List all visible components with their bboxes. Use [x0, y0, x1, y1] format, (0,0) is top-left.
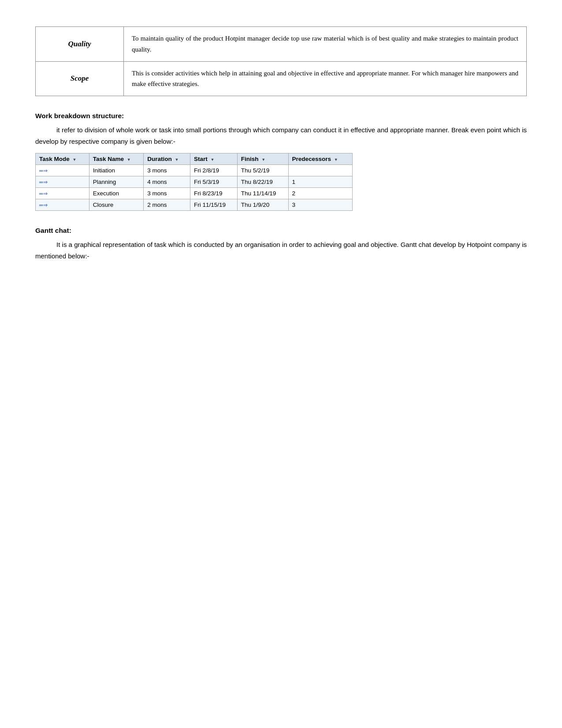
finish-cell: Thu 1/9/20	[237, 199, 288, 211]
predecessors-cell: 1	[288, 176, 352, 188]
table-row: ═⇒Execution3 monsFri 8/23/19Thu 11/14/19…	[36, 188, 353, 199]
wbs-para1: it refer to division of whole work or ta…	[35, 124, 527, 147]
sort-arrow-icon: ▼	[127, 157, 131, 162]
task-mode-cell: ═⇒	[36, 199, 89, 211]
task-mode-icon: ═⇒	[39, 179, 48, 185]
wbs-col-header: Start ▼	[190, 153, 237, 165]
wbs-heading: Work breakdown structure:	[35, 112, 527, 120]
table-row: ═⇒Planning4 monsFri 5/3/19Thu 8/22/191	[36, 176, 353, 188]
task-mode-icon: ═⇒	[39, 202, 48, 208]
task-mode-icon: ═⇒	[39, 190, 48, 197]
wbs-col-header: Task Mode ▼	[36, 153, 89, 165]
predecessors-cell	[288, 165, 352, 176]
table-row: QualityTo maintain quality of the produc…	[36, 27, 527, 62]
table-row: ═⇒Initiation3 monsFri 2/8/19Thu 5/2/19	[36, 165, 353, 176]
duration-cell: 3 mons	[144, 165, 190, 176]
row-content: To maintain quality of the product Hotpi…	[124, 27, 527, 62]
gantt-section: Gantt chat: It is a graphical representa…	[35, 227, 527, 261]
task-name-cell: Initiation	[89, 165, 144, 176]
start-cell: Fri 8/23/19	[190, 188, 237, 199]
wbs-col-header: Predecessors ▼	[288, 153, 352, 165]
task-name-cell: Execution	[89, 188, 144, 199]
sort-arrow-icon: ▼	[210, 157, 214, 162]
task-name-cell: Closure	[89, 199, 144, 211]
row-label: Quality	[36, 27, 124, 62]
gantt-heading: Gantt chat:	[35, 227, 527, 235]
finish-cell: Thu 5/2/19	[237, 165, 288, 176]
wbs-col-header: Finish ▼	[237, 153, 288, 165]
start-cell: Fri 5/3/19	[190, 176, 237, 188]
task-mode-cell: ═⇒	[36, 188, 89, 199]
predecessors-cell: 3	[288, 199, 352, 211]
sort-arrow-icon: ▼	[73, 157, 77, 162]
row-content: This is consider activities which help i…	[124, 61, 527, 96]
predecessors-cell: 2	[288, 188, 352, 199]
start-cell: Fri 2/8/19	[190, 165, 237, 176]
duration-cell: 3 mons	[144, 188, 190, 199]
start-cell: Fri 11/15/19	[190, 199, 237, 211]
table-row: ═⇒Closure2 monsFri 11/15/19Thu 1/9/203	[36, 199, 353, 211]
sort-arrow-icon: ▼	[175, 157, 179, 162]
sort-arrow-icon: ▼	[261, 157, 265, 162]
sort-arrow-icon: ▼	[334, 157, 338, 162]
row-label: Scope	[36, 61, 124, 96]
gantt-para1: It is a graphical representation of task…	[35, 239, 527, 261]
task-mode-cell: ═⇒	[36, 176, 89, 188]
wbs-section: Work breakdown structure: it refer to di…	[35, 112, 527, 211]
wbs-table: Task Mode ▼Task Name ▼Duration ▼Start ▼F…	[35, 153, 353, 211]
finish-cell: Thu 8/22/19	[237, 176, 288, 188]
wbs-col-header: Duration ▼	[144, 153, 190, 165]
wbs-col-header: Task Name ▼	[89, 153, 144, 165]
top-table: QualityTo maintain quality of the produc…	[35, 26, 527, 96]
task-mode-icon: ═⇒	[39, 168, 48, 174]
task-name-cell: Planning	[89, 176, 144, 188]
finish-cell: Thu 11/14/19	[237, 188, 288, 199]
duration-cell: 2 mons	[144, 199, 190, 211]
task-mode-cell: ═⇒	[36, 165, 89, 176]
duration-cell: 4 mons	[144, 176, 190, 188]
table-row: ScopeThis is consider activities which h…	[36, 61, 527, 96]
